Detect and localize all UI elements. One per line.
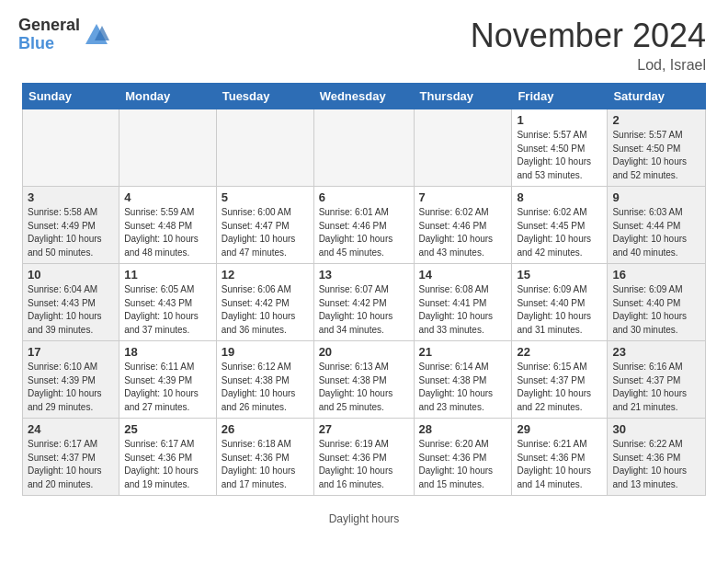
col-header-saturday: Saturday xyxy=(608,84,706,109)
day-info: Sunrise: 6:12 AM Sunset: 4:38 PM Dayligh… xyxy=(222,361,309,414)
col-header-sunday: Sunday xyxy=(23,84,119,109)
day-number: 30 xyxy=(612,422,700,436)
day-number: 4 xyxy=(124,190,211,204)
calendar-cell: 25Sunrise: 6:17 AM Sunset: 4:36 PM Dayli… xyxy=(119,419,217,496)
day-info: Sunrise: 6:21 AM Sunset: 4:36 PM Dayligh… xyxy=(517,438,602,491)
day-info: Sunrise: 6:07 AM Sunset: 4:42 PM Dayligh… xyxy=(319,283,409,337)
day-number: 23 xyxy=(612,345,700,359)
day-number: 6 xyxy=(319,190,409,204)
day-info: Sunrise: 5:59 AM Sunset: 4:48 PM Dayligh… xyxy=(124,206,211,259)
day-number: 25 xyxy=(124,422,211,436)
calendar-cell: 10Sunrise: 6:04 AM Sunset: 4:43 PM Dayli… xyxy=(23,264,119,341)
calendar-header: SundayMondayTuesdayWednesdayThursdayFrid… xyxy=(23,84,706,109)
calendar-cell: 12Sunrise: 6:06 AM Sunset: 4:42 PM Dayli… xyxy=(216,264,313,341)
day-info: Sunrise: 6:01 AM Sunset: 4:46 PM Dayligh… xyxy=(319,206,409,259)
day-info: Sunrise: 6:09 AM Sunset: 4:40 PM Dayligh… xyxy=(517,283,602,337)
calendar-cell: 7Sunrise: 6:02 AM Sunset: 4:46 PM Daylig… xyxy=(414,187,512,264)
calendar-cell xyxy=(313,109,414,187)
calendar-cell: 30Sunrise: 6:22 AM Sunset: 4:36 PM Dayli… xyxy=(608,419,706,496)
day-info: Sunrise: 5:57 AM Sunset: 4:50 PM Dayligh… xyxy=(517,129,602,182)
week-row-2: 10Sunrise: 6:04 AM Sunset: 4:43 PM Dayli… xyxy=(23,264,706,341)
day-info: Sunrise: 6:06 AM Sunset: 4:42 PM Dayligh… xyxy=(222,283,309,337)
day-info: Sunrise: 6:02 AM Sunset: 4:46 PM Dayligh… xyxy=(419,206,507,259)
calendar-cell: 1Sunrise: 5:57 AM Sunset: 4:50 PM Daylig… xyxy=(512,109,608,187)
calendar-cell xyxy=(414,109,512,187)
calendar-cell: 18Sunrise: 6:11 AM Sunset: 4:39 PM Dayli… xyxy=(119,341,217,419)
day-number: 16 xyxy=(612,268,700,282)
calendar-cell: 14Sunrise: 6:08 AM Sunset: 4:41 PM Dayli… xyxy=(414,264,512,341)
calendar-cell: 9Sunrise: 6:03 AM Sunset: 4:44 PM Daylig… xyxy=(608,187,706,264)
calendar-cell: 13Sunrise: 6:07 AM Sunset: 4:42 PM Dayli… xyxy=(313,264,414,341)
logo-text: General Blue xyxy=(18,17,80,53)
day-number: 5 xyxy=(222,190,309,204)
day-info: Sunrise: 6:11 AM Sunset: 4:39 PM Dayligh… xyxy=(124,361,211,414)
day-number: 15 xyxy=(517,268,602,282)
calendar-cell: 19Sunrise: 6:12 AM Sunset: 4:38 PM Dayli… xyxy=(216,341,313,419)
day-number: 12 xyxy=(222,268,309,282)
calendar-cell: 26Sunrise: 6:18 AM Sunset: 4:36 PM Dayli… xyxy=(216,419,313,496)
day-info: Sunrise: 5:57 AM Sunset: 4:50 PM Dayligh… xyxy=(612,129,700,182)
col-header-monday: Monday xyxy=(119,84,217,109)
day-number: 8 xyxy=(517,190,602,204)
calendar-cell xyxy=(23,109,119,187)
day-number: 24 xyxy=(28,422,114,436)
day-number: 21 xyxy=(419,345,507,359)
day-number: 17 xyxy=(28,345,114,359)
day-info: Sunrise: 6:16 AM Sunset: 4:37 PM Dayligh… xyxy=(612,361,700,414)
calendar-cell: 11Sunrise: 6:05 AM Sunset: 4:43 PM Dayli… xyxy=(119,264,217,341)
calendar-cell: 15Sunrise: 6:09 AM Sunset: 4:40 PM Dayli… xyxy=(512,264,608,341)
calendar-cell: 23Sunrise: 6:16 AM Sunset: 4:37 PM Dayli… xyxy=(608,341,706,419)
col-header-tuesday: Tuesday xyxy=(216,84,313,109)
month-title: November 2024 xyxy=(471,17,706,55)
col-header-thursday: Thursday xyxy=(414,84,512,109)
calendar-cell: 27Sunrise: 6:19 AM Sunset: 4:36 PM Dayli… xyxy=(313,419,414,496)
day-number: 22 xyxy=(517,345,602,359)
day-number: 14 xyxy=(419,268,507,282)
day-info: Sunrise: 6:13 AM Sunset: 4:38 PM Dayligh… xyxy=(319,361,409,414)
logo: General Blue xyxy=(18,17,109,53)
day-number: 13 xyxy=(319,268,409,282)
calendar-cell: 6Sunrise: 6:01 AM Sunset: 4:46 PM Daylig… xyxy=(313,187,414,264)
day-info: Sunrise: 6:04 AM Sunset: 4:43 PM Dayligh… xyxy=(28,283,114,337)
calendar-cell: 8Sunrise: 6:02 AM Sunset: 4:45 PM Daylig… xyxy=(512,187,608,264)
day-info: Sunrise: 6:03 AM Sunset: 4:44 PM Dayligh… xyxy=(612,206,700,259)
calendar-cell: 20Sunrise: 6:13 AM Sunset: 4:38 PM Dayli… xyxy=(313,341,414,419)
header: General Blue November 2024 Lod, Israel xyxy=(0,0,728,83)
day-number: 28 xyxy=(419,422,507,436)
day-info: Sunrise: 6:00 AM Sunset: 4:47 PM Dayligh… xyxy=(222,206,309,259)
logo-blue: Blue xyxy=(18,35,80,53)
calendar-cell: 28Sunrise: 6:20 AM Sunset: 4:36 PM Dayli… xyxy=(414,419,512,496)
day-info: Sunrise: 6:18 AM Sunset: 4:36 PM Dayligh… xyxy=(222,438,309,491)
header-row: SundayMondayTuesdayWednesdayThursdayFrid… xyxy=(23,84,706,109)
day-info: Sunrise: 6:22 AM Sunset: 4:36 PM Dayligh… xyxy=(612,438,700,491)
week-row-4: 24Sunrise: 6:17 AM Sunset: 4:37 PM Dayli… xyxy=(23,419,706,496)
calendar-cell: 4Sunrise: 5:59 AM Sunset: 4:48 PM Daylig… xyxy=(119,187,217,264)
calendar-cell: 16Sunrise: 6:09 AM Sunset: 4:40 PM Dayli… xyxy=(608,264,706,341)
calendar-cell xyxy=(119,109,217,187)
day-info: Sunrise: 6:19 AM Sunset: 4:36 PM Dayligh… xyxy=(319,438,409,491)
day-info: Sunrise: 5:58 AM Sunset: 4:49 PM Dayligh… xyxy=(28,206,114,259)
calendar-cell xyxy=(216,109,313,187)
week-row-0: 1Sunrise: 5:57 AM Sunset: 4:50 PM Daylig… xyxy=(23,109,706,187)
location: Lod, Israel xyxy=(471,57,706,74)
calendar-cell: 17Sunrise: 6:10 AM Sunset: 4:39 PM Dayli… xyxy=(23,341,119,419)
day-number: 1 xyxy=(517,113,602,127)
calendar-cell: 21Sunrise: 6:14 AM Sunset: 4:38 PM Dayli… xyxy=(414,341,512,419)
day-info: Sunrise: 6:15 AM Sunset: 4:37 PM Dayligh… xyxy=(517,361,602,414)
day-number: 29 xyxy=(517,422,602,436)
calendar-wrap: SundayMondayTuesdayWednesdayThursdayFrid… xyxy=(0,83,728,507)
day-number: 19 xyxy=(222,345,309,359)
week-row-1: 3Sunrise: 5:58 AM Sunset: 4:49 PM Daylig… xyxy=(23,187,706,264)
calendar-cell: 24Sunrise: 6:17 AM Sunset: 4:37 PM Dayli… xyxy=(23,419,119,496)
day-info: Sunrise: 6:08 AM Sunset: 4:41 PM Dayligh… xyxy=(419,283,507,337)
day-number: 7 xyxy=(419,190,507,204)
calendar-body: 1Sunrise: 5:57 AM Sunset: 4:50 PM Daylig… xyxy=(23,109,706,496)
col-header-friday: Friday xyxy=(512,84,608,109)
calendar-cell: 2Sunrise: 5:57 AM Sunset: 4:50 PM Daylig… xyxy=(608,109,706,187)
day-number: 2 xyxy=(612,113,700,127)
day-number: 11 xyxy=(124,268,211,282)
calendar-cell: 29Sunrise: 6:21 AM Sunset: 4:36 PM Dayli… xyxy=(512,419,608,496)
legend: Daylight hours xyxy=(0,507,728,533)
logo-general: General xyxy=(18,17,80,35)
page-container: General Blue November 2024 Lod, Israel S… xyxy=(0,0,728,533)
